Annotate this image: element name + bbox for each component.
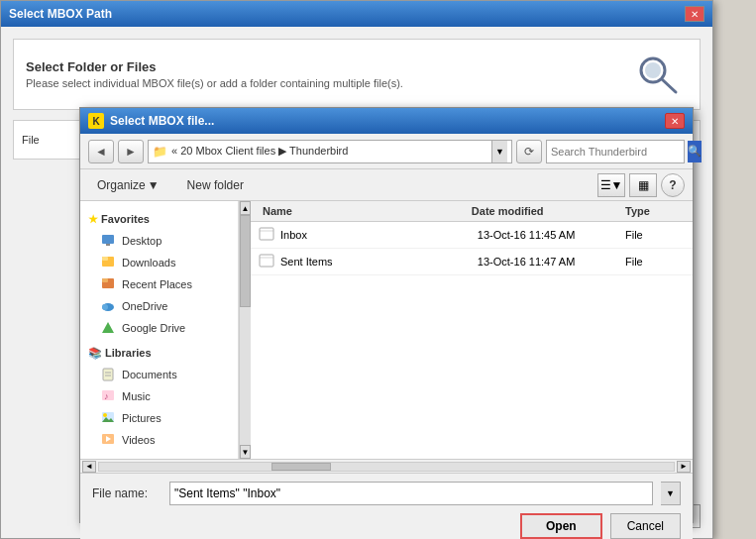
h-scroll-left-button[interactable]: ◄ — [82, 461, 96, 473]
sidebar-item-pictures[interactable]: Pictures — [80, 407, 238, 429]
file-type-sent-items: File — [625, 256, 685, 268]
svg-line-1 — [662, 79, 676, 92]
libraries-icon: 📚 — [88, 347, 102, 359]
select-header-title: Select Folder or Files — [26, 59, 403, 74]
search-bar: 🔍 — [546, 140, 685, 163]
organize-button[interactable]: Organize ▼ — [88, 175, 168, 195]
file-row-inbox[interactable]: Inbox 13-Oct-16 11:45 AM File — [251, 222, 693, 249]
file-name-sent-items: Sent Items — [280, 256, 478, 268]
inner-close-button[interactable]: ✕ — [665, 113, 685, 129]
documents-icon — [100, 367, 116, 382]
outer-titlebar-controls: ✕ — [685, 6, 704, 22]
svg-point-18 — [103, 413, 107, 417]
videos-icon — [100, 432, 116, 448]
inner-titlebar: K Select MBOX file... ✕ — [80, 108, 693, 134]
header-icon — [628, 50, 688, 99]
outer-titlebar: Select MBOX Path ✕ — [1, 1, 712, 27]
sidebar-item-google-drive[interactable]: Google Drive — [80, 317, 238, 339]
cancel-button[interactable]: Cancel — [610, 513, 681, 539]
help-button[interactable]: ? — [661, 173, 685, 197]
file-list-header: Name Date modified Type — [251, 201, 693, 222]
h-scroll-track — [98, 462, 675, 472]
col-name-header[interactable]: Name — [259, 205, 472, 217]
libraries-section: 📚 Libraries Documents ♪ Music — [80, 343, 238, 451]
inner-dialog-title: Select MBOX file... — [110, 114, 214, 128]
file-row-sent-items[interactable]: Sent Items 13-Oct-16 11:47 AM File — [251, 249, 693, 275]
sidebar-downloads-label: Downloads — [122, 257, 175, 269]
sidebar-item-desktop[interactable]: Desktop — [80, 230, 238, 252]
new-folder-button[interactable]: New folder — [176, 175, 255, 195]
sidebar-item-documents[interactable]: Documents — [80, 364, 238, 385]
onedrive-icon — [100, 298, 116, 314]
libraries-header: 📚 Libraries — [80, 343, 238, 364]
sidebar-onedrive-label: OneDrive — [122, 300, 167, 312]
main-area: ★ Favorites Desktop Downloads — [80, 201, 693, 459]
sidebar-scroll-up-button[interactable]: ▲ — [240, 201, 251, 215]
sidebar-scroll-thumb[interactable] — [240, 215, 251, 307]
svg-rect-3 — [102, 235, 114, 244]
favorites-header: ★ Favorites — [80, 209, 238, 230]
organize-arrow-icon: ▼ — [148, 178, 160, 192]
sidebar-item-downloads[interactable]: Downloads — [80, 252, 238, 273]
horizontal-scrollbar[interactable]: ◄ ► — [80, 459, 693, 473]
svg-point-10 — [102, 304, 108, 310]
sidebar-documents-label: Documents — [122, 369, 177, 380]
star-icon: ★ — [88, 213, 98, 225]
recent-icon — [100, 276, 116, 292]
refresh-button[interactable]: ⟳ — [516, 140, 542, 163]
file-date-sent-items: 13-Oct-16 11:47 AM — [478, 256, 625, 268]
svg-rect-24 — [260, 255, 273, 267]
sidebar-recent-label: Recent Places — [122, 278, 192, 290]
file-column-label: File — [14, 130, 48, 150]
path-text: « 20 Mbox Client files ▶ Thunderbird — [171, 145, 487, 158]
view-arrow-icon: ▼ — [611, 178, 623, 192]
sidebar-item-recent[interactable]: Recent Places — [80, 273, 238, 295]
preview-button[interactable]: ▦ — [629, 173, 657, 197]
bottom-area: File name: ▼ Open Cancel — [80, 473, 693, 539]
search-button[interactable]: 🔍 — [688, 141, 702, 162]
button-row: Open Cancel — [92, 513, 681, 539]
h-scroll-right-button[interactable]: ► — [677, 461, 691, 473]
organize-bar-right: ☰ ▼ ▦ ? — [597, 173, 685, 197]
outer-close-button[interactable]: ✕ — [685, 6, 704, 22]
filename-label: File name: — [92, 486, 162, 500]
svg-rect-22 — [260, 228, 273, 240]
svg-rect-6 — [102, 257, 108, 261]
select-header-description: Please select individual MBOX file(s) or… — [26, 77, 403, 89]
search-input[interactable] — [551, 146, 688, 158]
path-dropdown-button[interactable]: ▼ — [491, 141, 507, 162]
filename-dropdown-button[interactable]: ▼ — [661, 482, 681, 505]
outer-title: Select MBOX Path — [9, 7, 112, 21]
svg-rect-12 — [103, 369, 113, 380]
sidebar-scrollbar[interactable]: ▲ ▼ — [239, 201, 251, 459]
pictures-icon — [100, 410, 116, 426]
open-button[interactable]: Open — [520, 513, 602, 539]
file-list: Name Date modified Type Inbox 13-Oct-16 … — [251, 201, 693, 459]
col-type-header[interactable]: Type — [625, 205, 685, 217]
favorites-section: ★ Favorites Desktop Downloads — [80, 209, 238, 339]
col-date-header[interactable]: Date modified — [472, 205, 625, 217]
back-button[interactable]: ◄ — [88, 140, 114, 163]
svg-point-2 — [645, 62, 661, 78]
view-icon: ☰ — [600, 178, 611, 192]
path-bar[interactable]: 📁 « 20 Mbox Client files ▶ Thunderbird ▼ — [148, 140, 512, 163]
filename-input[interactable] — [169, 482, 653, 505]
file-type-inbox: File — [625, 229, 685, 241]
forward-button[interactable]: ► — [118, 140, 144, 163]
inner-app-icon: K — [88, 113, 104, 129]
inner-dialog: K Select MBOX file... ✕ ◄ ► 📁 « 20 Mbox … — [79, 107, 694, 523]
sidebar-item-music[interactable]: ♪ Music — [80, 385, 238, 407]
sidebar-scroll-down-button[interactable]: ▼ — [240, 445, 251, 459]
sidebar-desktop-label: Desktop — [122, 235, 162, 247]
select-header: Select Folder or Files Please select ind… — [13, 39, 701, 110]
h-scroll-thumb[interactable] — [271, 463, 331, 471]
organize-bar: Organize ▼ New folder ☰ ▼ ▦ ? — [80, 169, 693, 201]
filename-row: File name: ▼ — [92, 482, 681, 505]
desktop-icon — [100, 233, 116, 249]
sidebar-item-videos[interactable]: Videos — [80, 429, 238, 451]
sidebar-item-onedrive[interactable]: OneDrive — [80, 295, 238, 317]
svg-text:♪: ♪ — [104, 391, 109, 401]
view-button[interactable]: ☰ ▼ — [597, 173, 625, 197]
favorites-label: Favorites — [101, 213, 150, 225]
organize-label: Organize — [97, 178, 146, 192]
